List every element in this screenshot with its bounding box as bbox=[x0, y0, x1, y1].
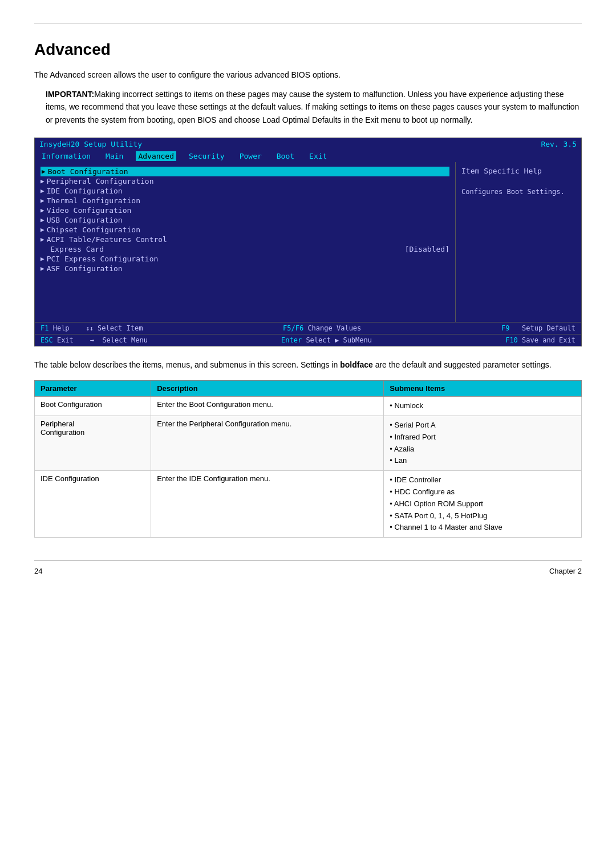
arrow-icon: ▶ bbox=[42, 168, 46, 175]
bottom-text-part1: The table below describes the items, men… bbox=[34, 360, 340, 369]
page-title: Advanced bbox=[34, 41, 582, 59]
submenu-list: Numlock bbox=[390, 400, 576, 412]
table-cell-description: Enter the Peripheral Configuration menu. bbox=[151, 416, 384, 470]
bios-item-video-config[interactable]: ▶ Video Configuration bbox=[40, 205, 449, 215]
parameter-table: Parameter Description Submenu Items Boot… bbox=[34, 380, 582, 538]
table-header-description: Description bbox=[151, 381, 384, 397]
table-cell-submenu: Serial Port A Infrared Port Azalia Lan bbox=[384, 416, 582, 470]
bottom-text-part2: are the default and suggested parameter … bbox=[373, 360, 552, 369]
bios-item-label: PCI Express Configuration bbox=[47, 255, 159, 263]
top-divider bbox=[34, 23, 582, 23]
footer-enter: Enter Select ▶ SubMenu bbox=[281, 336, 372, 344]
bios-right-panel: Item Specific Help Configures Boot Setti… bbox=[456, 162, 581, 322]
bios-item-asf-config[interactable]: ▶ ASF Configuration bbox=[40, 264, 449, 273]
bios-item-peripheral-config[interactable]: ▶ Peripheral Configuration bbox=[40, 176, 449, 186]
arrow-icon: ▶ bbox=[40, 236, 44, 243]
page-footer: 24 Chapter 2 bbox=[34, 560, 582, 575]
bios-item-boot-config[interactable]: ▶ Boot Configuration bbox=[40, 167, 449, 176]
express-card-value: [Disabled] bbox=[405, 245, 449, 253]
footer-f10: F10 Save and Exit bbox=[505, 336, 576, 344]
menu-item-boot[interactable]: Boot bbox=[274, 151, 297, 161]
table-row: PeripheralConfiguration Enter the Periph… bbox=[35, 416, 582, 470]
list-item: IDE Controller bbox=[390, 474, 576, 486]
list-item: Channel 1 to 4 Master and Slave bbox=[390, 522, 576, 534]
arrow-icon: ▶ bbox=[40, 216, 44, 224]
table-cell-parameter: IDE Configuration bbox=[35, 471, 151, 538]
important-body: Making incorrect settings to items on th… bbox=[46, 90, 579, 124]
bios-item-chipset-config[interactable]: ▶ Chipset Configuration bbox=[40, 225, 449, 235]
intro-text: The Advanced screen allows the user to c… bbox=[34, 69, 582, 81]
menu-item-main[interactable]: Main bbox=[103, 151, 125, 161]
arrow-icon: ▶ bbox=[40, 178, 44, 185]
help-text: Configures Boot Settings. bbox=[461, 187, 576, 197]
list-item: Azalia bbox=[390, 443, 576, 455]
arrow-icon: ▶ bbox=[40, 187, 44, 195]
footer-f9: F9 Setup Default bbox=[501, 324, 576, 332]
list-item: SATA Port 0, 1, 4, 5 HotPlug bbox=[390, 510, 576, 522]
bios-item-pci-express[interactable]: ▶ PCI Express Configuration bbox=[40, 254, 449, 264]
list-item: AHCI Option ROM Support bbox=[390, 498, 576, 510]
arrow-icon: ▶ bbox=[40, 207, 44, 214]
arrow-icon: ▶ bbox=[40, 265, 44, 272]
menu-item-advanced[interactable]: Advanced bbox=[136, 151, 176, 161]
table-header-submenu: Submenu Items bbox=[384, 381, 582, 397]
table-cell-description: Enter the Boot Configuration menu. bbox=[151, 397, 384, 416]
spacer bbox=[40, 245, 48, 253]
bottom-bold: boldface bbox=[340, 360, 373, 369]
bios-menu-bar: Information Main Advanced Security Power… bbox=[35, 150, 581, 162]
bios-item-ide-config[interactable]: ▶ IDE Configuration bbox=[40, 186, 449, 196]
list-item: Serial Port A bbox=[390, 420, 576, 432]
arrow-icon: ▶ bbox=[40, 226, 44, 233]
bios-item-label: Video Configuration bbox=[47, 206, 132, 215]
bios-item-label: Boot Configuration bbox=[48, 167, 128, 176]
item-specific-help: Item Specific Help Configures Boot Setti… bbox=[461, 167, 576, 197]
page-number: 24 bbox=[34, 567, 42, 575]
list-item: Numlock bbox=[390, 400, 576, 412]
bios-item-label: Thermal Configuration bbox=[47, 196, 140, 205]
bios-title: InsydeH20 Setup Utility bbox=[39, 140, 142, 148]
bios-item-label: IDE Configuration bbox=[47, 187, 123, 195]
bios-item-label: Chipset Configuration bbox=[47, 225, 140, 234]
table-cell-submenu: Numlock bbox=[384, 397, 582, 416]
bios-item-label: USB Configuration bbox=[47, 216, 123, 224]
table-cell-submenu: IDE Controller HDC Configure as AHCI Opt… bbox=[384, 471, 582, 538]
important-block: IMPORTANT:Making incorrect settings to i… bbox=[34, 88, 582, 126]
bottom-description: The table below describes the items, men… bbox=[34, 359, 582, 371]
bios-title-bar: InsydeH20 Setup Utility Rev. 3.5 bbox=[35, 138, 581, 150]
bios-item-express-card[interactable]: Express Card [Disabled] bbox=[40, 244, 449, 254]
submenu-list: IDE Controller HDC Configure as AHCI Opt… bbox=[390, 474, 576, 534]
chapter-label: Chapter 2 bbox=[549, 567, 582, 575]
bios-content: ▶ Boot Configuration ▶ Peripheral Config… bbox=[35, 162, 581, 322]
table-cell-description: Enter the IDE Configuration menu. bbox=[151, 471, 384, 538]
bios-item-label: ASF Configuration bbox=[47, 264, 123, 273]
bios-item-thermal-config[interactable]: ▶ Thermal Configuration bbox=[40, 196, 449, 205]
bios-item-usb-config[interactable]: ▶ USB Configuration bbox=[40, 215, 449, 225]
table-row: Boot Configuration Enter the Boot Config… bbox=[35, 397, 582, 416]
menu-item-power[interactable]: Power bbox=[237, 151, 264, 161]
menu-item-security[interactable]: Security bbox=[187, 151, 227, 161]
bios-footer: F1 Help ↕↕ Select Item F5/F6 Change Valu… bbox=[35, 322, 581, 334]
footer-f1: F1 Help ↕↕ Select Item bbox=[40, 324, 143, 332]
list-item: HDC Configure as bbox=[390, 486, 576, 498]
bios-item-label: Peripheral Configuration bbox=[47, 177, 154, 185]
submenu-list: Serial Port A Infrared Port Azalia Lan bbox=[390, 420, 576, 467]
bios-rev: Rev. 3.5 bbox=[541, 140, 577, 148]
bios-footer-2: ESC Exit → Select Menu Enter Select ▶ Su… bbox=[35, 334, 581, 346]
menu-item-exit[interactable]: Exit bbox=[307, 151, 329, 161]
footer-f5f6: F5/F6 Change Values bbox=[283, 324, 361, 332]
list-item: Infrared Port bbox=[390, 432, 576, 443]
table-cell-parameter: Boot Configuration bbox=[35, 397, 151, 416]
table-header-parameter: Parameter bbox=[35, 381, 151, 397]
arrow-icon: ▶ bbox=[40, 197, 44, 204]
bios-box: InsydeH20 Setup Utility Rev. 3.5 Informa… bbox=[34, 138, 582, 346]
bios-item-label: ACPI Table/Features Control bbox=[47, 235, 167, 244]
menu-item-information[interactable]: Information bbox=[39, 151, 93, 161]
table-row: IDE Configuration Enter the IDE Configur… bbox=[35, 471, 582, 538]
arrow-icon: ▶ bbox=[40, 255, 44, 263]
bios-item-label: Express Card bbox=[50, 245, 104, 253]
important-label: IMPORTANT: bbox=[46, 90, 94, 99]
help-title: Item Specific Help bbox=[461, 167, 576, 175]
bios-item-acpi[interactable]: ▶ ACPI Table/Features Control bbox=[40, 235, 449, 244]
footer-esc: ESC Exit → Select Menu bbox=[40, 336, 148, 344]
table-cell-parameter: PeripheralConfiguration bbox=[35, 416, 151, 470]
